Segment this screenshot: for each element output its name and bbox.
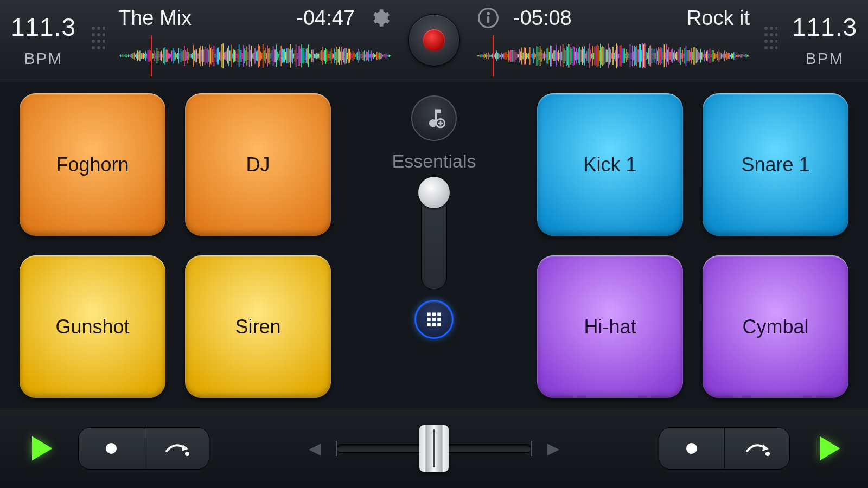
sampler-volume-thumb[interactable] xyxy=(418,177,450,208)
svg-point-505 xyxy=(770,46,773,49)
crossfader-track[interactable] xyxy=(336,444,532,453)
sample-pad-label: Kick 1 xyxy=(583,153,636,176)
loop-arrow-icon xyxy=(163,439,190,458)
sample-pad-left-2[interactable]: Gunshot xyxy=(20,255,165,398)
playhead-right[interactable] xyxy=(493,35,494,76)
record-icon xyxy=(423,29,445,51)
svg-point-506 xyxy=(775,46,777,49)
crossfader-thumb[interactable] xyxy=(419,425,449,472)
svg-point-518 xyxy=(185,452,189,456)
center-column: Essentials xyxy=(347,93,521,398)
svg-rect-253 xyxy=(487,16,489,23)
crossfader-area: ◀ ▶ xyxy=(231,439,637,458)
svg-rect-516 xyxy=(437,323,441,326)
sample-pad-right-2[interactable]: Hi-hat xyxy=(537,255,683,398)
cue-dot-icon xyxy=(685,441,699,455)
svg-point-499 xyxy=(770,33,773,36)
bpm-left[interactable]: 111.3 BPM xyxy=(0,0,87,80)
deck-left-time: -04:47 xyxy=(296,7,355,30)
waveform-right[interactable] xyxy=(476,38,750,73)
bottom-bar: ◀ ▶ xyxy=(0,408,868,488)
caret-right-icon: ▶ xyxy=(547,439,559,458)
svg-point-519 xyxy=(686,443,697,454)
cue-button-right[interactable] xyxy=(659,428,724,469)
deck-left-title[interactable]: The Mix xyxy=(118,7,192,30)
sample-pad-right-3[interactable]: Cymbal xyxy=(703,255,848,398)
caret-left-icon: ◀ xyxy=(309,439,321,458)
svg-point-503 xyxy=(775,40,777,43)
info-icon[interactable] xyxy=(476,6,500,30)
bpm-left-label: BPM xyxy=(24,49,62,68)
sampler-mode-button[interactable] xyxy=(414,300,454,339)
sample-pad-left-0[interactable]: Foghorn xyxy=(20,93,165,236)
svg-point-496 xyxy=(770,27,773,30)
music-plus-icon xyxy=(422,106,446,130)
bpm-left-value: 111.3 xyxy=(11,12,76,42)
pad-grid-left: FoghornDJGunshotSiren xyxy=(20,93,331,398)
svg-point-498 xyxy=(764,33,768,36)
grip-dots-left xyxy=(87,0,108,80)
sample-pad-label: Hi-hat xyxy=(584,316,636,338)
sample-pad-label: DJ xyxy=(246,153,270,176)
pad-grid-right: Kick 1Snare 1Hi-hatCymbal xyxy=(537,93,848,398)
loop-arrow-icon xyxy=(744,439,771,458)
loop-button-left[interactable] xyxy=(144,428,209,469)
record-button[interactable] xyxy=(408,14,460,66)
svg-point-495 xyxy=(764,27,768,30)
svg-rect-510 xyxy=(437,313,441,316)
svg-point-5 xyxy=(103,33,105,36)
svg-point-6 xyxy=(92,40,95,43)
svg-point-3 xyxy=(92,33,95,36)
cue-dot-icon xyxy=(104,441,118,455)
svg-rect-512 xyxy=(432,318,436,321)
deck-header-right: -05:08 Rock it xyxy=(467,0,760,80)
sample-pad-right-1[interactable]: Snare 1 xyxy=(703,93,848,236)
sample-pad-label: Snare 1 xyxy=(741,153,809,176)
add-sample-pack-button[interactable] xyxy=(411,95,457,141)
sample-pack-label: Essentials xyxy=(392,151,476,172)
sample-pad-label: Foghorn xyxy=(56,153,129,176)
main-area: FoghornDJGunshotSiren Essentials Kick 1S… xyxy=(0,80,868,408)
sampler-volume-track[interactable] xyxy=(421,182,447,290)
sample-pad-left-1[interactable]: DJ xyxy=(185,93,331,236)
svg-rect-511 xyxy=(427,318,431,321)
cue-button-left[interactable] xyxy=(79,428,144,469)
svg-point-8 xyxy=(103,40,105,43)
svg-rect-513 xyxy=(437,318,441,321)
gear-icon[interactable] xyxy=(368,6,392,30)
svg-point-504 xyxy=(764,46,768,49)
svg-point-502 xyxy=(770,40,773,43)
svg-point-497 xyxy=(775,27,777,30)
transport-group-right xyxy=(659,427,790,470)
playhead-left[interactable] xyxy=(151,35,152,76)
svg-point-10 xyxy=(97,46,100,49)
deck-right-time: -05:08 xyxy=(513,7,572,30)
svg-point-254 xyxy=(487,12,490,15)
svg-point-501 xyxy=(764,40,768,43)
sample-pad-left-3[interactable]: Siren xyxy=(185,255,331,398)
sample-pad-label: Cymbal xyxy=(742,316,808,338)
svg-rect-515 xyxy=(432,323,436,326)
play-button-right[interactable] xyxy=(812,432,844,465)
deck-right-title[interactable]: Rock it xyxy=(687,7,750,30)
svg-point-1 xyxy=(97,27,100,30)
svg-rect-509 xyxy=(432,313,436,316)
top-center xyxy=(401,0,467,80)
svg-point-520 xyxy=(765,452,770,456)
svg-rect-508 xyxy=(427,313,431,316)
grid-icon xyxy=(426,311,442,328)
svg-point-2 xyxy=(103,27,105,30)
svg-point-0 xyxy=(92,27,95,30)
svg-rect-514 xyxy=(427,323,431,326)
transport-group-left xyxy=(78,427,209,470)
sample-pad-right-0[interactable]: Kick 1 xyxy=(537,93,683,236)
waveform-left[interactable] xyxy=(118,38,392,73)
bpm-right-label: BPM xyxy=(805,49,844,68)
play-button-left[interactable] xyxy=(24,432,56,465)
svg-point-4 xyxy=(97,33,100,36)
bpm-right[interactable]: 111.3 BPM xyxy=(781,0,868,80)
play-icon xyxy=(24,432,56,465)
svg-point-9 xyxy=(92,46,95,49)
loop-button-right[interactable] xyxy=(724,428,789,469)
sample-pad-label: Gunshot xyxy=(55,316,129,338)
